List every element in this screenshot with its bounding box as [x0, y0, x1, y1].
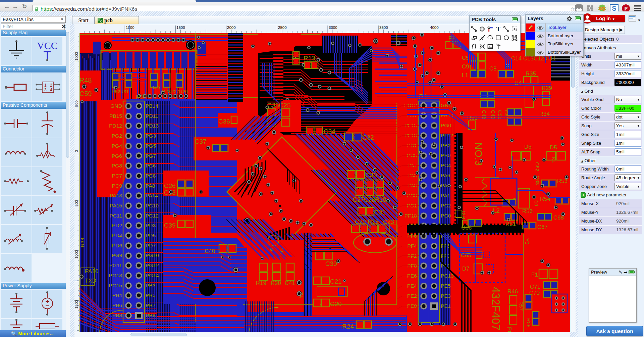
svg-text:1000: 1000: [74, 250, 78, 259]
svg-text:D5: D5: [550, 144, 557, 151]
svg-text:PD2: PD2: [112, 223, 122, 228]
svg-text:1: 1: [44, 83, 47, 88]
svg-text:PA13: PA13: [110, 193, 122, 198]
svg-text:0: 0: [74, 150, 78, 152]
svg-text:Y3: Y3: [524, 238, 530, 244]
svg-text:PD6: PD6: [112, 243, 122, 248]
svg-text:R57: R57: [519, 301, 524, 311]
svg-text:PB14: PB14: [146, 103, 158, 109]
svg-text:C40: C40: [205, 248, 215, 254]
svg-text:-500: -500: [74, 100, 78, 108]
svg-text:L1: L1: [462, 72, 468, 79]
svg-text:PB0: PB0: [441, 152, 451, 158]
svg-text:4: 4: [50, 88, 52, 92]
svg-text:PG3: PG3: [146, 133, 156, 139]
svg-text:PG15: PG15: [109, 283, 122, 288]
svg-text:PE1: PE1: [441, 303, 450, 309]
svg-text:PC13: PC13: [441, 273, 454, 279]
svg-text:R28R27R26: R28R27R26: [162, 89, 188, 94]
svg-text:GND: GND: [111, 103, 122, 109]
svg-text:C67: C67: [537, 224, 548, 230]
svg-text:PG8: PG8: [112, 163, 122, 168]
svg-text:2: 2: [50, 83, 52, 88]
svg-text:PG10: PG10: [146, 252, 159, 258]
svg-text:R51: R51: [505, 221, 516, 227]
svg-text:C23: C23: [383, 219, 394, 225]
svg-text:PF12: PF12: [441, 133, 453, 138]
svg-text:PB7: PB7: [146, 302, 155, 308]
svg-text:PC6: PC6: [146, 163, 156, 168]
svg-text:R58: R58: [526, 318, 532, 328]
svg-text:C32: C32: [362, 134, 374, 141]
svg-text:PC7: PC7: [112, 173, 122, 179]
svg-text:C20: C20: [330, 300, 342, 307]
svg-text:PD12: PD12: [109, 123, 122, 129]
svg-text:PG14: PG14: [146, 273, 159, 278]
svg-text:PG9: PG9: [112, 252, 122, 258]
svg-text:PA15: PA15: [110, 203, 122, 208]
svg-text:PE3: PE3: [441, 293, 450, 299]
svg-text:C37: C37: [195, 138, 207, 145]
svg-text:C39: C39: [164, 222, 176, 229]
svg-text:C26: C26: [164, 182, 176, 189]
svg-text:R46: R46: [507, 288, 518, 295]
svg-text:PB15: PB15: [109, 113, 122, 119]
svg-text:PC2: PC2: [441, 203, 451, 208]
svg-text:PB8: PB8: [112, 312, 122, 318]
svg-text:PB3: PB3: [146, 283, 155, 288]
svg-text:P: P: [624, 5, 628, 12]
svg-text:PG5: PG5: [146, 143, 156, 149]
svg-text:PG12: PG12: [146, 262, 159, 268]
svg-text:PC10: PC10: [146, 203, 159, 208]
svg-text:S: S: [612, 5, 616, 12]
svg-text:F1: F1: [531, 272, 538, 278]
svg-text:PA8: PA8: [146, 183, 155, 189]
svg-text:C22 R16: C22 R16: [355, 219, 379, 225]
svg-text:C31: C31: [374, 209, 386, 216]
svg-text:3500: 3500: [379, 26, 388, 30]
svg-text:R29: R29: [542, 85, 552, 91]
svg-text:PC0: PC0: [441, 213, 451, 219]
svg-text:PB2: PB2: [441, 143, 450, 148]
svg-text:K1: K1: [551, 157, 557, 163]
svg-text:C8: C8: [489, 65, 497, 72]
svg-text:PA14: PA14: [146, 193, 158, 198]
svg-text:R56: R56: [522, 208, 533, 214]
svg-text:PD7: PD7: [146, 243, 156, 248]
svg-text:C71: C71: [530, 284, 540, 290]
svg-text:PC9: PC9: [112, 183, 122, 189]
svg-text:PG0: PG0: [441, 123, 451, 128]
svg-text:PA6: PA6: [441, 173, 450, 178]
svg-text:PG13: PG13: [109, 273, 122, 278]
svg-text:PG2: PG2: [112, 133, 122, 139]
svg-text:PA10: PA10: [85, 268, 98, 275]
svg-text:PG7: PG7: [146, 153, 156, 159]
svg-text:PB4: PB4: [112, 292, 122, 298]
svg-text:C5: C5: [462, 55, 469, 61]
svg-text:4000: 4000: [430, 26, 439, 30]
svg-text:C62: C62: [535, 162, 540, 172]
svg-text:C21: C21: [330, 278, 342, 285]
svg-text:2000: 2000: [227, 26, 236, 30]
svg-text:T: T: [496, 26, 500, 32]
svg-text:PB5: PB5: [146, 292, 155, 298]
svg-text:PG11: PG11: [109, 262, 122, 268]
svg-text:D7: D7: [462, 266, 470, 272]
svg-text:PG4: PG4: [112, 143, 122, 149]
svg-text:C9: C9: [462, 63, 469, 70]
svg-text:3: 3: [44, 88, 47, 92]
svg-text:PG6: PG6: [112, 153, 122, 159]
svg-text:PB9: PB9: [146, 312, 155, 318]
svg-text:PD11: PD11: [146, 113, 158, 119]
svg-text:PD4: PD4: [112, 233, 122, 238]
svg-text:PC5: PC5: [407, 152, 417, 158]
svg-text:2500: 2500: [278, 26, 287, 30]
svg-text:C59: C59: [79, 90, 92, 97]
svg-text:PD13: PD13: [146, 123, 159, 129]
svg-text:R52R31: R52R31: [112, 89, 129, 94]
svg-text:C30: C30: [325, 260, 337, 267]
svg-text:PB6: PB6: [112, 302, 122, 308]
svg-text:SQ: SQ: [599, 6, 605, 11]
svg-text:C36: C36: [218, 118, 230, 125]
svg-text:PA1: PA1: [441, 193, 450, 198]
